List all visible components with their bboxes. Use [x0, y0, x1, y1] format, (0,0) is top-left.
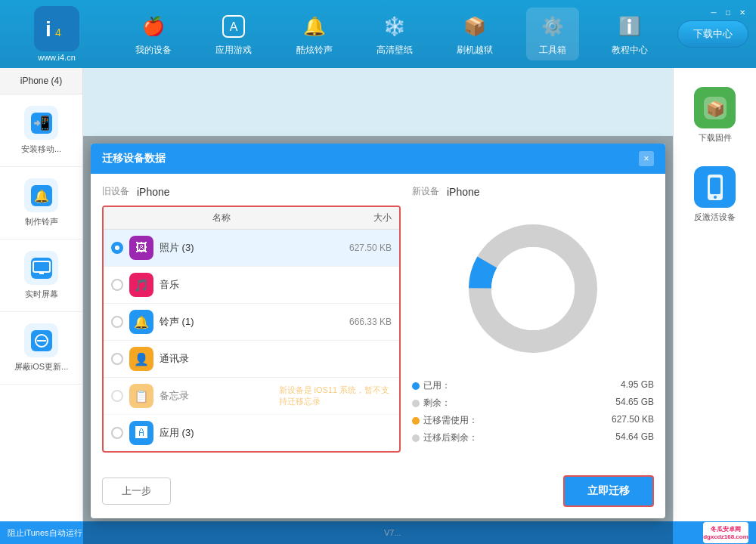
sidebar-item-install[interactable]: 📲 安装移动...: [0, 94, 82, 167]
apps-name: 应用 (3): [160, 426, 325, 440]
ringtone-name: 铃声 (1): [160, 315, 325, 329]
nav-jailbreak[interactable]: 📦 刷机越狱: [445, 8, 504, 60]
nav-toolbox-label: 工具箱: [539, 44, 566, 57]
nav-wallpaper[interactable]: ❄️ 高清壁纸: [365, 8, 424, 60]
notes-name: 备忘录: [160, 389, 273, 403]
radio-notes[interactable]: [111, 390, 123, 402]
svg-text:4: 4: [55, 26, 61, 39]
file-list-panel: 旧设备 iPhone 名称 大小 🖼: [102, 185, 401, 456]
dialog-footer: 上一步 立即迁移: [91, 468, 665, 518]
sidebar-ringtone-icon: 🔔: [24, 178, 58, 212]
sidebar-item-screen[interactable]: 实时屏幕: [0, 240, 82, 312]
nav-tutorial[interactable]: ℹ️ 教程中心: [600, 8, 659, 60]
bottom-notice: 阻止iTunes自动运行: [8, 527, 82, 539]
chart-panel: 新设备 iPhone: [412, 185, 654, 456]
sidebar-ringtone-label: 制作铃声: [25, 216, 58, 227]
dialog-close-button[interactable]: ×: [639, 151, 654, 166]
download-center-button[interactable]: 下载中心: [677, 20, 748, 48]
sidebar-device-label: iPhone (4): [0, 68, 82, 94]
radio-contacts[interactable]: [111, 353, 123, 365]
legend-dot-free: [412, 400, 420, 407]
dialog-overlay: 迁移设备数据 × 旧设备 iPhone 名称 大小: [83, 136, 673, 544]
firmware-icon: 📦: [694, 87, 736, 128]
legend-key-used: 已用：: [423, 379, 451, 392]
legend-value-used: 4.95 GB: [621, 379, 654, 392]
back-button[interactable]: 上一步: [102, 478, 171, 505]
col-size-header: 大小: [331, 212, 392, 224]
file-row-contacts[interactable]: 👤 通讯录: [104, 341, 399, 378]
legend-key-after: 迁移后剩余：: [423, 431, 478, 444]
nav-tutorial-icon: ℹ️: [615, 11, 645, 42]
donut-chart: [457, 213, 609, 364]
legend-value-migrate: 627.50 KB: [612, 414, 654, 427]
nav-toolbox[interactable]: ⚙️ 工具箱: [526, 8, 579, 60]
legend-row-used: 已用： 4.95 GB: [412, 379, 654, 392]
nav-toolbox-icon: ⚙️: [538, 11, 568, 42]
legend-item-free: 剩余：: [412, 397, 451, 410]
radio-photos[interactable]: [111, 242, 123, 254]
nav-items: 🍎 我的设备 A 应用游戏 🔔 酷炫铃声 ❄️ 高清壁纸 📦 刷机越狱 ⚙️ 工…: [113, 8, 670, 60]
legend-value-after: 54.64 GB: [615, 431, 654, 444]
svg-point-16: [491, 247, 575, 330]
new-device-label: 新设备: [412, 185, 439, 198]
dialog-body: 旧设备 iPhone 名称 大小 🖼: [91, 174, 665, 468]
notes-icon: 📋: [129, 384, 153, 408]
chart-area: 已用： 4.95 GB 剩余： 54.65 GB: [412, 206, 654, 456]
right-sidebar: 📦 下载固件 反激活设备: [673, 68, 756, 544]
svg-text:📦: 📦: [705, 100, 724, 118]
music-icon: 🎵: [129, 273, 153, 297]
radio-ringtone[interactable]: [111, 316, 123, 328]
migrate-dialog: 迁移设备数据 × 旧设备 iPhone 名称 大小: [91, 144, 665, 518]
radio-apps[interactable]: [111, 427, 123, 439]
file-row-ringtone[interactable]: 🔔 铃声 (1) 666.33 KB: [104, 304, 399, 341]
firmware-label: 下载固件: [699, 132, 732, 144]
nav-jailbreak-icon: 📦: [460, 11, 490, 42]
legend-dot-used: [412, 382, 420, 390]
ringtone-size: 666.33 KB: [331, 317, 392, 327]
contacts-icon: 👤: [129, 347, 153, 371]
sidebar-install-icon: 📲: [24, 106, 58, 140]
file-row-music[interactable]: 🎵 音乐: [104, 267, 399, 304]
sidebar-item-block-ios[interactable]: 屏蔽iOS更新...: [0, 312, 82, 385]
radio-music[interactable]: [111, 279, 123, 291]
nav-app-label: 应用游戏: [215, 44, 252, 57]
photos-name: 照片 (3): [160, 241, 325, 255]
logo-area: i 4 www.i4.cn: [8, 6, 106, 62]
col-name-header: 名称: [111, 212, 331, 224]
close-button[interactable]: ✕: [736, 6, 748, 18]
file-row-apps[interactable]: 🅰 应用 (3): [104, 415, 399, 451]
photos-icon: 🖼: [129, 236, 153, 260]
minimize-button[interactable]: ─: [708, 6, 720, 18]
ringtone-icon: 🔔: [129, 310, 153, 334]
nav-app-game[interactable]: A 应用游戏: [204, 8, 263, 60]
contacts-name: 通讯录: [160, 352, 325, 366]
main-content: iPhone (4) 📲 安装移动... 🔔 制作铃声 实时屏幕 屏蔽iOS更新…: [0, 68, 756, 544]
dialog-title: 迁移设备数据: [102, 152, 166, 165]
sidebar-screen-label: 实时屏幕: [25, 289, 58, 300]
old-device-label: 旧设备: [102, 185, 129, 198]
nav-my-device[interactable]: 🍎 我的设备: [124, 8, 183, 60]
legend-value-free: 54.65 GB: [615, 397, 654, 410]
legend-row-after: 迁移后剩余： 54.64 GB: [412, 431, 654, 444]
legend-area: 已用： 4.95 GB 剩余： 54.65 GB: [412, 372, 654, 456]
music-name: 音乐: [160, 278, 325, 292]
right-item-firmware[interactable]: 📦 下载固件: [690, 76, 739, 155]
photos-size: 627.50 KB: [331, 243, 392, 253]
sidebar-item-ringtone[interactable]: 🔔 制作铃声: [0, 167, 82, 240]
right-item-anti-activate[interactable]: 反激活设备: [690, 155, 739, 234]
nav-device-icon: 🍎: [138, 11, 169, 42]
nav-ringtone[interactable]: 🔔 酷炫铃声: [285, 8, 344, 60]
nav-jailbreak-label: 刷机越狱: [457, 44, 493, 57]
new-device-name: iPhone: [447, 186, 480, 198]
window-controls: ─ □ ✕: [708, 6, 748, 18]
maximize-button[interactable]: □: [722, 6, 734, 18]
migrate-button[interactable]: 立即迁移: [563, 475, 654, 507]
nav-wallpaper-label: 高清壁纸: [376, 44, 413, 57]
svg-rect-10: [39, 272, 44, 274]
file-row-photos[interactable]: 🖼 照片 (3) 627.50 KB: [104, 230, 399, 267]
svg-text:i: i: [45, 17, 51, 41]
file-row-notes[interactable]: 📋 备忘录 新设备是 iOS11 系统，暂不支持迁移忘录: [104, 378, 399, 415]
svg-point-21: [714, 196, 717, 199]
file-table-header: 名称 大小: [104, 207, 399, 230]
legend-dot-after: [412, 434, 420, 442]
